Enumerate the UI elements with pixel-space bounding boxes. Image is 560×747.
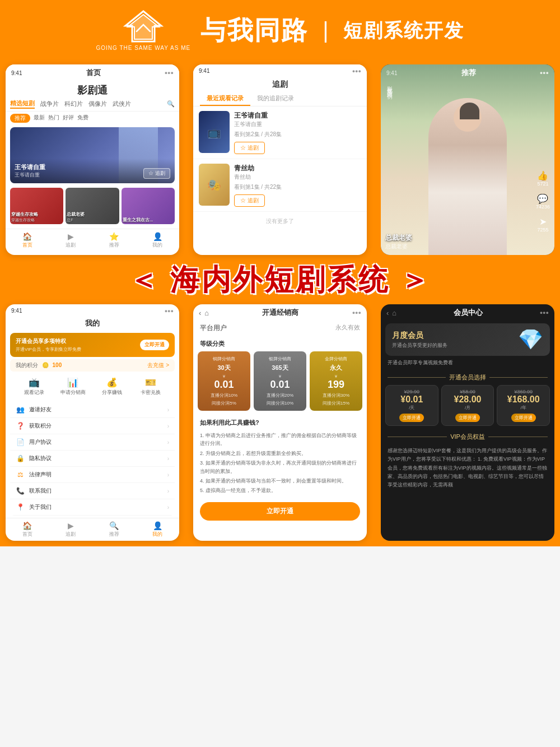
p6-rights-text: 感谢您选择迈特短剧VIP套餐，这是我们为用户提供的高级会员服务。作为VIP用户，…	[381, 444, 554, 491]
p4-page-title: 我的	[6, 316, 179, 331]
p6-yearly-unit: /年	[500, 405, 547, 411]
logo-icon	[123, 10, 164, 44]
p2-drama-sub-1: 青丝劫	[234, 173, 361, 181]
p6-plans-row: ¥29.90 ¥0.01 /天 立即开通 ¥58.00 ¥28.00 /月 立即…	[381, 385, 554, 429]
p1-tag-good[interactable]: 好评	[63, 114, 74, 123]
header-subtitle: 短剧系统开发	[343, 18, 464, 44]
p4-vip-banner[interactable]: 开通会员享多项特权 开通VIP会员，专享剧集立即免费 立即开通	[10, 333, 175, 357]
p4-menu-list: 👥 邀请好友 › ❓ 获取积分 › 📄 用户协议 › 🔒 隐私协议	[10, 402, 175, 516]
p1-follow-button[interactable]: ☆ 追剧	[143, 168, 170, 179]
p6-daily-open-btn[interactable]: 立即开通	[399, 414, 424, 422]
p3-title: 推荐	[461, 68, 476, 78]
p5-silver-price-label: ¥	[256, 374, 304, 379]
p1-nav-war[interactable]: 战争片	[40, 100, 59, 108]
p1-nav-wuxia[interactable]: 武侠片	[113, 100, 131, 108]
p3-like-btn[interactable]: 👍 5721	[537, 170, 548, 187]
p5-plan-gold[interactable]: 金牌分销商 永久 ¥ 199 直播分润30% 间接分润15%	[310, 351, 362, 411]
p5-back-icon[interactable]: ‹	[199, 309, 201, 317]
top-phone-row: 9:41 首页 ●●● 影剧通 精选短剧 战争片 科幻片 偶像片 武侠片 🔍 推…	[6, 64, 554, 255]
p1-nav-recommend[interactable]: ⭐ 推荐	[92, 232, 136, 249]
p1-grid-item-1[interactable]: 总裁老婆 总F	[66, 188, 119, 224]
search-icon[interactable]: 🔍	[167, 100, 175, 108]
p3-video-wrapper: 9:41 推荐 ●●● 影视效果请勿模仿	[381, 64, 554, 255]
diamond-icon: 💎	[518, 328, 543, 351]
p6-plan-monthly[interactable]: ¥58.00 ¥28.00 /月 立即开通	[441, 385, 494, 426]
p4-func-dealer[interactable]: 📊 申请分销商	[54, 377, 93, 396]
p2-tab-recent[interactable]: 最近观看记录	[200, 92, 250, 106]
phone-dealer: ‹ ⌂ 开通经销商 ●●● 平台用户 永久有效 等级分类 铜牌分销商 30天 ¥…	[193, 304, 367, 541]
signal-icon: ●●●	[165, 70, 174, 76]
p4-func-share[interactable]: 💰 分享赚钱	[92, 377, 132, 396]
p1-hero-overlay: 王爷请自重 王爷请自重 ☆ 追剧	[10, 159, 175, 183]
p6-daily-price: ¥0.01	[388, 395, 436, 405]
p1-nav-home[interactable]: 🏠 首页	[6, 232, 49, 249]
p3-person-hair	[460, 103, 479, 119]
p4-nav-rec[interactable]: 🔍 推荐	[92, 521, 136, 538]
p1-tag-recommend[interactable]: 推荐	[10, 114, 30, 123]
p3-signal: ●●●	[540, 70, 549, 76]
p4-func-watch[interactable]: 📺 观看记录	[15, 377, 54, 396]
p4-menu-user-agreement[interactable]: 📄 用户协议 ›	[10, 434, 175, 451]
p4-menu-points[interactable]: ❓ 获取积分 ›	[10, 418, 175, 434]
p4-recharge-link[interactable]: 去充值 >	[147, 361, 169, 369]
p3-comment-btn[interactable]: 💬 74236	[536, 193, 550, 210]
p6-vip-info: 月度会员 开通会员享受更好的服务	[392, 331, 447, 349]
share-earn-icon: 💰	[106, 377, 118, 388]
p5-question-title: 如果利用此工具赚钱?	[193, 415, 367, 430]
p6-back-icon[interactable]: ‹	[386, 309, 389, 317]
p1-tag-free[interactable]: 免费	[77, 114, 88, 123]
p4-nav-mine[interactable]: 👤 我的	[136, 521, 180, 538]
p6-line-left	[388, 377, 446, 378]
p6-plan-daily[interactable]: ¥29.90 ¥0.01 /天 立即开通	[385, 385, 438, 426]
p2-thumb-decor-0: 📺	[207, 126, 221, 139]
p1-time: 9:41	[11, 70, 22, 76]
p4-func-card[interactable]: 🎫 卡密兑换	[132, 377, 171, 396]
recommend-icon: ⭐	[109, 232, 119, 241]
p6-home-icon[interactable]: ⌂	[392, 309, 396, 317]
p4-menu-legal[interactable]: ⚖ 法律声明 ›	[10, 467, 175, 483]
p6-yearly-open-btn[interactable]: 立即开通	[511, 414, 536, 422]
p5-plan-bronze[interactable]: 铜牌分销商 30天 ¥ 0.01 直播分润10% 间接分润5%	[198, 351, 250, 411]
p2-drama-thumb-1: 🎭	[199, 164, 230, 206]
p3-share-btn[interactable]: ➤ 7255	[537, 216, 548, 233]
p4-vip-banner-text-area: 开通会员享多项特权 开通VIP会员，专享剧集立即免费	[16, 337, 81, 352]
header: GOING THE SAME WAY AS ME 与我同路 | 短剧系统开发	[0, 0, 560, 59]
p1-grid-item-0[interactable]: 穿越生存攻略 穿越生存攻略	[10, 188, 63, 224]
p1-nav-scifi[interactable]: 科幻片	[64, 100, 83, 108]
p2-follow-btn-1[interactable]: ☆ 追剧	[234, 194, 265, 207]
phone-home: 9:41 首页 ●●● 影剧通 精选短剧 战争片 科幻片 偶像片 武侠片 🔍 推…	[6, 64, 179, 255]
arrow-icon-3: ›	[167, 439, 169, 446]
p5-answers: 1. 申请为分销商之后进行业务推广，推广的佣金根据自己的分销商等级进行分润。 2…	[193, 430, 367, 498]
p4-menu-invite[interactable]: 👥 邀请好友 ›	[10, 402, 175, 418]
p3-overlay-title: 总裁老婆	[385, 233, 412, 243]
p1-grid-item-2[interactable]: 重生之我在古...	[122, 188, 175, 224]
p1-nav-selected[interactable]: 精选短剧	[10, 99, 35, 109]
p4-vip-open-button[interactable]: 立即开通	[140, 340, 169, 350]
p1-hero-banner[interactable]: 王爷请自重 王爷请自重 ☆ 追剧	[10, 127, 175, 183]
p5-open-button[interactable]: 立即开通	[200, 502, 360, 521]
p2-follow-btn-0[interactable]: ☆ 追剧	[234, 142, 265, 154]
p2-tab-my[interactable]: 我的追剧记录	[250, 92, 301, 106]
p4-mine-icon: 👤	[153, 521, 162, 530]
p6-monthly-open-btn[interactable]: 立即开通	[455, 414, 480, 422]
p1-brand-name: 影剧通	[6, 80, 179, 99]
p1-nav-mine[interactable]: 👤 我的	[136, 232, 180, 249]
logo-area: GOING THE SAME WAY AS ME	[96, 10, 190, 51]
p1-nav-idol[interactable]: 偶像片	[88, 100, 107, 108]
p5-plan-silver[interactable]: 银牌分销商 365天 ¥ 0.01 直播分润20% 间接分润10%	[254, 351, 306, 411]
p5-home-icon[interactable]: ⌂	[204, 309, 209, 317]
p6-plan-yearly[interactable]: ¥360.00 ¥168.00 /年 立即开通	[497, 385, 550, 426]
p5-bronze-comm1: 直播分润10%	[200, 392, 248, 398]
p4-function-row: 📺 观看记录 📊 申请分销商 💰 分享赚钱 🎫 卡密兑换	[10, 374, 175, 400]
p2-drama-name-1: 青丝劫	[234, 164, 361, 173]
p6-rights-line-right	[488, 437, 548, 437]
p4-menu-contact[interactable]: 📞 联系我们 ›	[10, 483, 175, 499]
p6-yearly-orig-price: ¥360.00	[500, 389, 547, 395]
p4-nav-drama[interactable]: ▶ 追剧	[49, 521, 93, 538]
p4-menu-about[interactable]: 📍 关于我们 ›	[10, 499, 175, 516]
p1-tag-new[interactable]: 最新	[34, 114, 45, 123]
p1-nav-follow[interactable]: ▶ 追剧	[49, 232, 93, 249]
p1-tag-hot[interactable]: 热门	[48, 114, 59, 123]
p4-menu-privacy[interactable]: 🔒 隐私协议 ›	[10, 451, 175, 467]
p4-nav-home[interactable]: 🏠 首页	[6, 521, 49, 538]
